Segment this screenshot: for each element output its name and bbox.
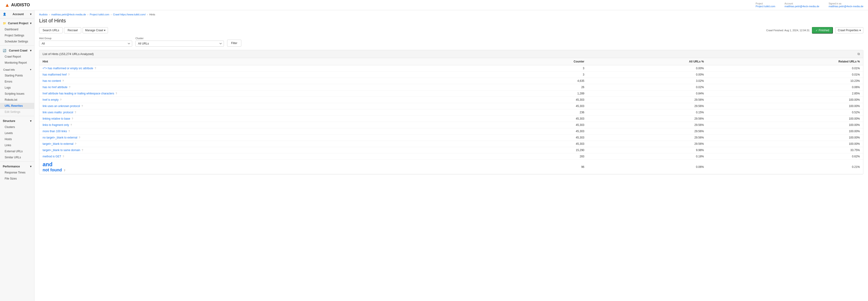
cell-all-urls-pct-1: 0.00% bbox=[588, 72, 707, 78]
sidebar-section-current-project[interactable]: 📁 Current Project ▾ bbox=[0, 19, 34, 26]
table-header: Hint Counter All URLs % Related URLs % bbox=[39, 58, 863, 65]
sidebar-item-url-rewrites[interactable]: URL Rewrites bbox=[0, 103, 34, 109]
help-icon-0[interactable]: ? bbox=[95, 67, 96, 70]
cell-hint-6: link uses an unknown protocol ? bbox=[39, 103, 492, 109]
cluster-select[interactable]: All URLs bbox=[135, 40, 224, 47]
help-icon-1[interactable]: ? bbox=[68, 73, 69, 76]
topbar-project: Project Project tutkit.com bbox=[755, 2, 775, 8]
help-icon-2[interactable]: ? bbox=[62, 80, 64, 82]
hint-link-0[interactable]: <*> has malformed or empty src attribute bbox=[42, 67, 93, 70]
sidebar-item-errors[interactable]: Errors bbox=[0, 79, 34, 85]
sidebar-item-external-urls[interactable]: External URLs bbox=[0, 148, 34, 154]
hint-link-15[interactable]: not found bbox=[42, 168, 62, 172]
project-label: Project bbox=[755, 2, 775, 5]
breadcrumb-audisto[interactable]: Audisto bbox=[39, 13, 48, 16]
hint-group-select[interactable]: All bbox=[39, 40, 132, 47]
hint-link-15[interactable]: and bbox=[42, 161, 488, 168]
manage-crawl-button[interactable]: Manage Crawl ▾ bbox=[83, 27, 108, 33]
crawl-properties-button[interactable]: Crawl Properties ▾ bbox=[835, 27, 863, 33]
sidebar-item-monitoring-report[interactable]: Monitoring Report bbox=[0, 60, 34, 66]
sidebar-item-links[interactable]: Links bbox=[0, 142, 34, 148]
finished-label: Finished bbox=[819, 29, 829, 32]
hint-link-14[interactable]: method is GET bbox=[42, 155, 61, 158]
sidebar-item-clusters[interactable]: Clusters bbox=[0, 124, 34, 130]
sidebar-item-logs[interactable]: Logs bbox=[0, 85, 34, 91]
help-icon-6[interactable]: ? bbox=[82, 105, 83, 108]
sidebar-item-response-times[interactable]: Response Times bbox=[0, 169, 34, 175]
sidebar-item-scheduler-settings[interactable]: Scheduler Settings bbox=[0, 38, 34, 45]
sidebar-section-current-crawl[interactable]: 🔄 Current Crawl ▾ bbox=[0, 47, 34, 54]
search-urls-button[interactable]: Search URLs bbox=[39, 27, 63, 33]
sidebar-item-similar-urls[interactable]: Similar URLs bbox=[0, 154, 34, 160]
sidebar-item-dashboard[interactable]: Dashboard bbox=[0, 26, 34, 32]
table-row: method is GET ? 283 0.18% 0.62% bbox=[39, 154, 863, 160]
copy-icon[interactable]: ⧉ bbox=[858, 52, 860, 56]
table-row: href attribute has leading or trailing w… bbox=[39, 90, 863, 97]
cell-counter-6: 45,303 bbox=[492, 103, 588, 109]
help-icon-14[interactable]: ? bbox=[63, 155, 64, 158]
cell-related-urls-pct-3: 0.06% bbox=[707, 84, 863, 90]
help-icon-12[interactable]: ? bbox=[75, 142, 76, 145]
project-value[interactable]: Project tutkit.com bbox=[755, 5, 775, 8]
filter-row: Hint Group All Cluster All URLs Filter bbox=[39, 37, 863, 47]
help-icon-10[interactable]: ? bbox=[68, 130, 70, 133]
sidebar-section-account[interactable]: 👤 Account ▾ bbox=[0, 10, 34, 17]
hint-group-label: Hint Group bbox=[39, 37, 132, 39]
cell-counter-14: 283 bbox=[492, 154, 588, 160]
help-icon-8[interactable]: ? bbox=[72, 117, 73, 120]
col-related-urls-pct: Related URLs % bbox=[707, 58, 863, 65]
cell-related-urls-pct-6: 100.00% bbox=[707, 103, 863, 109]
layout: 👤 Account ▾ 📁 Current Project ▾ Dashboar… bbox=[0, 10, 868, 301]
help-icon-15[interactable]: ? bbox=[64, 169, 65, 172]
hints-table-section: List of Hints (153,274 URLs Analyzed) ⧉ … bbox=[39, 50, 863, 174]
sidebar-section-structure[interactable]: Structure ▾ bbox=[0, 117, 34, 124]
cell-all-urls-pct-10: 29.56% bbox=[588, 128, 707, 135]
sidebar-section-performance[interactable]: Performance ▾ bbox=[0, 163, 34, 169]
divider-1 bbox=[0, 18, 34, 19]
topbar-signed-in: Signed in as matthias.petri@4eck-media.d… bbox=[829, 2, 863, 8]
help-icon-9[interactable]: ? bbox=[70, 124, 72, 126]
recrawl-button[interactable]: Recrawl bbox=[64, 27, 81, 33]
signed-in-label: Signed in as bbox=[829, 2, 863, 5]
help-icon-5[interactable]: ? bbox=[60, 99, 61, 101]
breadcrumb-project[interactable]: Project tutkit.com bbox=[90, 13, 109, 16]
finished-button[interactable]: ✓ Finished bbox=[812, 27, 833, 33]
sidebar-item-crawl-report[interactable]: Crawl Report bbox=[0, 54, 34, 60]
chevron-down-icon-4: ▾ bbox=[30, 68, 31, 71]
sidebar-section-crawl-info[interactable]: Crawl Info ▾ bbox=[0, 66, 34, 73]
breadcrumb-account[interactable]: matthias.petri@4eck-media.de bbox=[51, 13, 86, 16]
sidebar-item-hosts[interactable]: Hosts bbox=[0, 136, 34, 142]
account-value[interactable]: matthias.petri@4eck-media.de bbox=[784, 5, 819, 8]
help-icon-11[interactable]: ? bbox=[79, 136, 80, 139]
help-icon-4[interactable]: ? bbox=[116, 92, 117, 95]
breadcrumb-crawl[interactable]: Crawl https://www.tutkit.com/ bbox=[113, 13, 146, 16]
sidebar-item-file-sizes[interactable]: File Sizes bbox=[0, 175, 34, 182]
col-counter: Counter bbox=[492, 58, 588, 65]
logo[interactable]: ▲ AUDISTO bbox=[5, 2, 30, 8]
cell-related-urls-pct-5: 100.00% bbox=[707, 97, 863, 103]
cell-counter-1: 3 bbox=[492, 72, 588, 78]
crawl-properties-label: Crawl Properties bbox=[838, 29, 859, 32]
help-icon-13[interactable]: ? bbox=[82, 149, 83, 152]
sidebar-item-edit-settings[interactable]: Edit Settings bbox=[0, 109, 34, 115]
cell-hint-5: href is empty ? bbox=[39, 97, 492, 103]
cell-hint-10: more than 100 links ? bbox=[39, 128, 492, 135]
cell-hint-14: method is GET ? bbox=[39, 154, 492, 160]
cell-hint-11: no target=_blank to external ? bbox=[39, 135, 492, 141]
chevron-down-icon: ▾ bbox=[30, 12, 31, 16]
filter-button[interactable]: Filter bbox=[227, 39, 241, 47]
col-hint: Hint bbox=[39, 58, 492, 65]
help-icon-7[interactable]: ? bbox=[75, 111, 76, 114]
signed-in-value[interactable]: matthias.petri@4eck-media.de bbox=[829, 5, 863, 8]
manage-crawl-label: Manage Crawl bbox=[85, 29, 103, 32]
sidebar-item-project-settings[interactable]: Project Settings bbox=[0, 32, 34, 38]
sidebar-item-scripting-issues[interactable]: Scripting Issues bbox=[0, 91, 34, 97]
help-icon-3[interactable]: ? bbox=[69, 86, 70, 89]
sidebar-item-robots-txt[interactable]: Robots.txt bbox=[0, 97, 34, 103]
sidebar-item-starting-points[interactable]: Starting Points bbox=[0, 73, 34, 79]
topbar-account: Account matthias.petri@4eck-media.de bbox=[784, 2, 819, 8]
cell-counter-13: 15,290 bbox=[492, 147, 588, 154]
cell-all-urls-pct-11: 29.56% bbox=[588, 135, 707, 141]
sidebar-item-levels[interactable]: Levels bbox=[0, 130, 34, 136]
cell-related-urls-pct-8: 100.00% bbox=[707, 116, 863, 122]
